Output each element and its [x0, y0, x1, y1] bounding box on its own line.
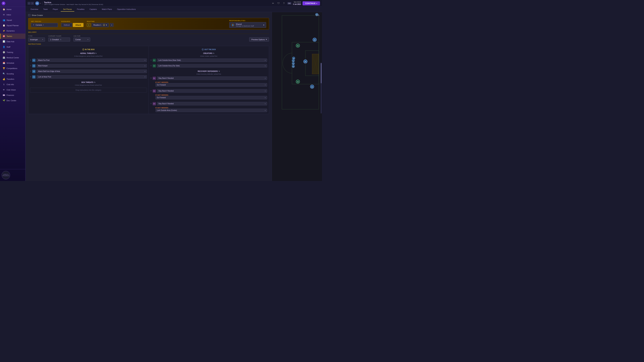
tab-match-plans[interactable]: Match Plans — [100, 7, 114, 11]
aim-for-dropdown[interactable]: Center ▾ — [74, 37, 90, 41]
pitch-scrollbar[interactable] — [321, 63, 322, 113]
in-the-box-column: ℹ IN THE BOX AERIAL THREATS ↻ ℹ Most dan… — [28, 46, 148, 114]
sidebar-item-training[interactable]: ⚽ Training — [0, 50, 25, 55]
scenario-attack-button[interactable]: Attack — [73, 23, 84, 27]
nav-back-button[interactable]: ‹ — [28, 2, 30, 5]
a2-dropdown[interactable]: Mark Keeper ▾ — [36, 64, 147, 67]
drag-handle[interactable]: ⠿ — [30, 59, 31, 61]
routine-add-button[interactable]: + — [110, 23, 114, 27]
tab-opposition[interactable]: Opposition Instructions — [115, 7, 138, 11]
a3-dropdown[interactable]: Attack Ball from Edge of Area ▾ — [36, 69, 147, 73]
sidebar-item-label: Staff — [6, 46, 10, 48]
aerial-threats-title: AERIAL THREATS ↻ — [30, 52, 147, 54]
continue-button[interactable]: CONTINUE » — [302, 1, 320, 5]
preview-label: Preview Options — [252, 38, 265, 40]
scenario-label: SCENARIO — [61, 21, 84, 22]
sidebar-item-scouting[interactable]: 🔍 Scouting — [0, 71, 25, 76]
svg-text:C2: C2 — [297, 81, 299, 82]
creator-row-c1: ⠿ C1 Lurk Outside Area (Near Side) ▾ — [150, 58, 267, 62]
c2-dropdown[interactable]: Lurk Outside Area (Far Side) ▾ — [157, 64, 267, 67]
club-selector[interactable]: MC ▾ — [35, 1, 41, 5]
sidebar-item-inbox[interactable]: ✉ Inbox — [0, 12, 25, 17]
scenario-defend-button[interactable]: Defend — [61, 23, 72, 27]
chevron-down-icon: ▾ — [144, 70, 146, 72]
chevron-down-icon: ▾ — [106, 24, 107, 26]
instructions-section: INSTRUCTIONS ℹ IN THE BOX AERIAL THREATS… — [28, 43, 269, 114]
drag-handle[interactable]: ⠿ — [30, 70, 31, 72]
dev-centre-icon: 🌱 — [2, 99, 5, 102]
tab-player[interactable]: Player — [50, 7, 60, 11]
sidebar-item-tactics[interactable]: 🎯 Tactics — [0, 33, 25, 39]
refresh-icon[interactable]: ↻ — [218, 70, 220, 72]
refresh-icon[interactable]: ↻ — [95, 52, 96, 54]
d3-if-not-dropdown[interactable]: Lurk Outside Area (Centre) ▾ — [156, 109, 267, 112]
drag-handle[interactable]: ⠿ — [150, 59, 152, 61]
sidebar-item-label: Squad — [6, 19, 12, 21]
c1-dropdown[interactable]: Lurk Outside Area (Near Side) ▾ — [157, 58, 267, 62]
sidebar-item-transfers[interactable]: 💰 Transfers — [0, 76, 25, 82]
edit-button[interactable]: ✏ — [271, 1, 275, 5]
drag-handle[interactable]: ⠿ — [30, 65, 31, 67]
chevron-down-icon: ▾ — [265, 59, 266, 61]
sidebar-item-competitions[interactable]: 🏆 Competitions — [0, 66, 25, 71]
d1-dropdown[interactable]: Stay Back If Needed ▾ — [157, 76, 267, 80]
tab-overview[interactable]: Overview — [28, 7, 40, 11]
sidebar-item-data-hub[interactable]: 📊 Data Hub — [0, 39, 25, 44]
preview-options-button[interactable]: Preview Options ▾ — [249, 37, 269, 41]
sidebar-item-label: Club Vision — [6, 89, 16, 91]
sidebar-item-medical[interactable]: 🏥 Medical Centre — [0, 55, 25, 60]
responsibilities-label: RESPONSIBILITIES — [229, 20, 266, 21]
badge-a2: A2 — [32, 64, 36, 67]
d2-if-not-dropdown[interactable]: Go Forward ▾ — [156, 96, 267, 99]
drag-handle[interactable]: ⠿ — [150, 65, 152, 67]
nav-forward-button[interactable]: › — [31, 2, 34, 5]
type-dropdown[interactable]: Inswinger ▾ — [28, 37, 45, 41]
main-area: ‹ › MC ▾ Tactics 13th in English Premier… — [26, 0, 322, 181]
sidebar-item-dev-centre[interactable]: 🌱 Dev. Centre — [0, 98, 25, 103]
svg-text:D2: D2 — [293, 63, 294, 64]
refresh-icon[interactable]: ↻ — [213, 52, 214, 54]
sidebar-item-staff[interactable]: 👤 Staff — [0, 44, 25, 50]
drag-handle[interactable]: ⠿ — [150, 77, 152, 79]
sidebar-item-dynamics[interactable]: ⚡ Dynamics — [0, 28, 25, 33]
badge-a4: A4 — [32, 75, 36, 79]
type-label: TYPE — [28, 35, 45, 37]
sidebar-item-squad[interactable]: 👥 Squad — [0, 17, 25, 23]
help-button[interactable]: ? — [282, 1, 286, 5]
refresh-icon[interactable]: ↻ — [94, 81, 96, 83]
tab-captains[interactable]: Captains — [87, 7, 99, 11]
show-creator-checkbox[interactable] — [28, 14, 30, 16]
sidebar-item-club-vision[interactable]: 👁 Club Vision — [0, 87, 25, 92]
set-pieces-value: Corners — [36, 24, 42, 26]
page-subtitle: 13th in English Premier Division · Next … — [44, 4, 270, 5]
topbar-title-section: Tactics 13th in English Premier Division… — [44, 1, 270, 5]
creators-info: ℹ Best creator ranked first — [150, 55, 267, 57]
sidebar-item-finances[interactable]: 💷 Finances — [0, 92, 25, 98]
show-creator-row: Show Creator — [28, 14, 269, 16]
tab-set-pieces[interactable]: Set Pieces — [61, 7, 74, 11]
refresh-icon: ↻ — [60, 39, 62, 40]
tactics-icon-btn[interactable]: 🛡 — [277, 1, 280, 5]
routine-dropdown[interactable]: Routine 1 ● ▾ — [92, 23, 109, 27]
page-title: Tactics — [44, 1, 270, 4]
drag-handle[interactable]: ⠿ — [30, 76, 31, 78]
drag-handle[interactable]: ⠿ — [150, 103, 152, 105]
corner-taker-dropdown[interactable]: J. Grealish ↻ — [48, 37, 70, 41]
d2-dropdown[interactable]: Stay Back If Needed ▾ — [157, 89, 267, 93]
svg-text:D1: D1 — [293, 60, 294, 61]
sidebar-item-squad-planner[interactable]: 📋 Squad Planner — [0, 23, 25, 28]
sidebar-item-club-info[interactable]: ℹ Club Info — [0, 82, 25, 87]
d3-dropdown[interactable]: Stay Back If Needed ▾ — [157, 102, 267, 105]
d1-if-not-dropdown[interactable]: Go Forward ▾ — [156, 83, 267, 87]
sidebar-item-schedule[interactable]: 📅 Schedule — [0, 60, 25, 66]
drag-handle[interactable]: ⠿ — [150, 90, 152, 92]
a4-dropdown[interactable]: Lurk at Near Post ▾ — [36, 75, 147, 79]
tab-penalties[interactable]: Penalties — [75, 7, 87, 11]
tab-team[interactable]: Team — [41, 7, 50, 11]
creators-title: CREATORS ↻ — [150, 52, 267, 54]
a1-dropdown[interactable]: Attack Far Post ▾ — [36, 58, 147, 62]
sidebar-item-home[interactable]: 🏠 Home — [0, 7, 25, 12]
set-pieces-dropdown[interactable]: ⚐ Corners ▾ — [31, 23, 58, 27]
svg-text:C1: C1 — [297, 45, 299, 46]
responsibilities-dropdown[interactable]: 👤 Shared Manager & Backroom Staff ▾ — [229, 22, 266, 28]
